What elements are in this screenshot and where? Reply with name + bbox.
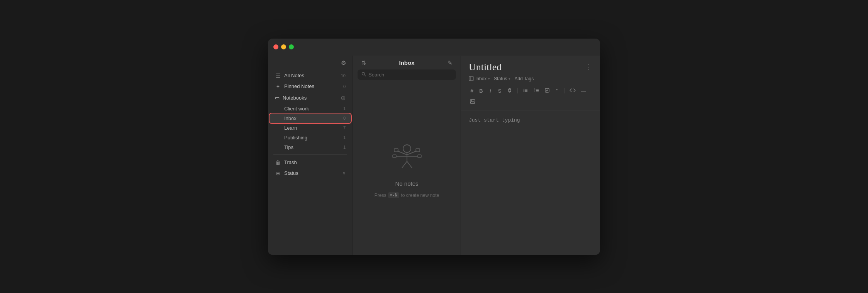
middle-header: ⇅ Inbox ✎	[353, 56, 461, 69]
sidebar-notebook-inbox[interactable]: Inbox 0	[270, 113, 351, 123]
search-input[interactable]	[368, 72, 452, 78]
all-notes-label: All Notes	[284, 73, 304, 78]
editor-header: Untitled ⋮	[461, 56, 600, 76]
empty-hint-kbd: ⌘-N	[388, 192, 400, 198]
client-work-label: Client work	[284, 106, 309, 112]
code-button[interactable]	[568, 87, 577, 95]
toolbar: # B I S	[461, 85, 600, 110]
svg-point-18	[524, 91, 524, 91]
notebook-badge-icon	[469, 76, 474, 81]
svg-rect-14	[469, 76, 473, 81]
bullet-list-button[interactable]	[522, 87, 529, 95]
empty-hint: Press ⌘-N to create new note	[375, 192, 439, 198]
title-bar	[268, 39, 600, 56]
empty-title: No notes	[395, 180, 418, 187]
svg-point-2	[403, 145, 411, 152]
publishing-label: Publishing	[284, 135, 307, 141]
sidebar: ⚙ ☰ All Notes 10 ✦ Pinned Notes 0 ▭ Note…	[268, 56, 353, 255]
search-icon	[361, 72, 366, 78]
traffic-lights	[273, 44, 294, 49]
inbox-count: 0	[343, 116, 346, 120]
sidebar-item-status[interactable]: ⊕ Status ∨	[270, 168, 351, 179]
add-notebook-button[interactable]: ⊕	[341, 94, 346, 102]
notebook-icon: ▭	[275, 95, 280, 101]
svg-point-17	[524, 90, 524, 90]
toolbar-divider-2	[564, 88, 565, 93]
svg-rect-13	[418, 155, 421, 158]
svg-line-1	[364, 75, 366, 76]
empty-state: No notes Press ⌘-N to create new note	[353, 84, 461, 255]
content-area: ⚙ ☰ All Notes 10 ✦ Pinned Notes 0 ▭ Note…	[268, 56, 600, 255]
sidebar-notebook-client-work[interactable]: Client work 1	[270, 104, 351, 113]
empty-hint-prefix: Press	[375, 193, 387, 198]
svg-point-0	[362, 72, 365, 75]
svg-rect-12	[393, 155, 396, 158]
sidebar-header: ⚙	[268, 59, 353, 70]
trash-label: Trash	[284, 159, 297, 165]
client-work-count: 1	[343, 106, 346, 111]
svg-line-8	[402, 161, 407, 168]
heading-button[interactable]: #	[469, 87, 475, 95]
inbox-label: Inbox	[284, 115, 297, 121]
notebooks-header[interactable]: ▭ Notebooks ⊕	[270, 92, 351, 104]
panel-title: Inbox	[368, 59, 445, 66]
maximize-button[interactable]	[289, 44, 294, 49]
notebook-badge[interactable]: Inbox ▾	[469, 76, 490, 81]
strikethrough-button[interactable]: S	[497, 87, 503, 95]
quote-button[interactable]: "	[554, 87, 560, 95]
svg-line-5	[407, 151, 417, 155]
pinned-notes-label: Pinned Notes	[284, 83, 314, 89]
all-notes-count: 10	[341, 73, 346, 78]
minimize-button[interactable]	[281, 44, 286, 49]
editor-meta: Inbox ▾ Status ▾ Add Tags	[461, 76, 600, 85]
sidebar-notebook-tips[interactable]: Tips 1	[270, 142, 351, 152]
tips-count: 1	[343, 145, 346, 149]
ordered-list-button[interactable]: 1. 2. 3.	[532, 87, 540, 95]
svg-line-4	[397, 151, 407, 155]
gear-icon[interactable]: ⚙	[339, 59, 348, 66]
notebook-chevron-icon: ▾	[488, 77, 490, 81]
svg-text:3.: 3.	[534, 91, 536, 93]
sidebar-notebook-publishing[interactable]: Publishing 1	[270, 133, 351, 142]
status-label: Status	[284, 170, 298, 176]
notebooks-label: Notebooks	[283, 95, 307, 101]
bold-button[interactable]: B	[478, 87, 484, 95]
link-button[interactable]	[506, 87, 514, 95]
new-note-icon[interactable]: ✎	[445, 59, 454, 66]
add-tags-label: Add Tags	[514, 76, 534, 81]
sidebar-item-all-notes[interactable]: ☰ All Notes 10	[270, 70, 351, 81]
editor-title[interactable]: Untitled	[469, 61, 502, 73]
status-badge[interactable]: Status ▾	[494, 76, 510, 81]
pinned-notes-count: 0	[343, 84, 346, 89]
editor-placeholder: Just start typing	[469, 117, 592, 125]
editor-body[interactable]: Just start typing	[461, 110, 600, 255]
add-tags-badge[interactable]: Add Tags	[514, 76, 534, 81]
status-badge-chevron-icon: ▾	[509, 77, 510, 81]
middle-panel: ⇅ Inbox ✎	[353, 56, 461, 255]
more-options-icon[interactable]: ⋮	[585, 63, 592, 71]
svg-line-9	[407, 161, 412, 168]
learn-label: Learn	[284, 125, 297, 131]
pin-icon: ✦	[275, 83, 281, 90]
sidebar-notebook-learn[interactable]: Learn 7	[270, 123, 351, 133]
sort-icon[interactable]: ⇅	[359, 59, 368, 66]
svg-point-16	[524, 88, 524, 89]
trash-icon: 🗑	[275, 159, 281, 166]
status-badge-label: Status	[494, 76, 507, 81]
status-chevron-icon: ∨	[342, 171, 346, 176]
toolbar-divider-1	[517, 88, 518, 93]
svg-rect-29	[470, 100, 475, 103]
sidebar-item-trash[interactable]: 🗑 Trash	[270, 157, 351, 168]
close-button[interactable]	[273, 44, 278, 49]
search-bar	[358, 69, 456, 80]
sidebar-divider	[273, 154, 347, 155]
checkbox-button[interactable]	[543, 87, 551, 95]
status-icon: ⊕	[275, 170, 281, 176]
sidebar-item-pinned-notes[interactable]: ✦ Pinned Notes 0	[270, 81, 351, 92]
tips-label: Tips	[284, 144, 293, 150]
divider-button[interactable]: —	[580, 87, 587, 95]
image-button[interactable]	[469, 98, 476, 106]
notebook-badge-label: Inbox	[475, 76, 487, 81]
italic-button[interactable]: I	[487, 87, 493, 95]
empty-hint-suffix: to create new note	[401, 193, 439, 198]
